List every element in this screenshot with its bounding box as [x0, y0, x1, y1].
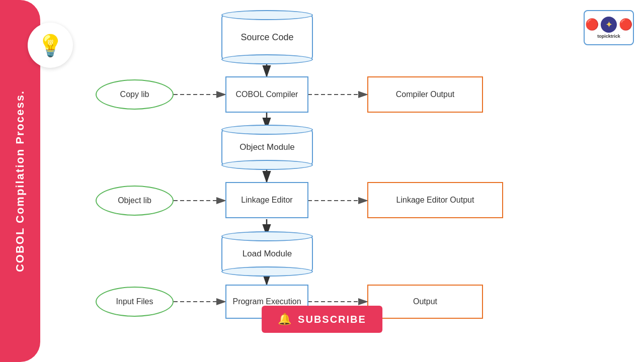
bulb-circle: 💡 [28, 23, 73, 68]
compiler-output-label: Compiler Output [396, 90, 455, 99]
linkage-editor-output-label: Linkage Editor Output [396, 196, 474, 205]
program-execution-label: Program Execution [232, 297, 301, 306]
cobol-compiler-box: COBOL Compiler [225, 76, 308, 113]
bell-icon: 🔔 [278, 313, 292, 326]
output-box: Output [367, 285, 483, 319]
load-module-cylinder: Load Module [221, 235, 313, 273]
cobol-compiler-label: COBOL Compiler [236, 90, 298, 99]
object-module-cylinder: Object Module [221, 129, 313, 166]
linkage-editor-box: Linkage Editor [225, 182, 308, 218]
sidebar-label: COBOL Compilation Process. [14, 90, 27, 272]
output-label: Output [413, 297, 437, 306]
input-files-label: Input Files [116, 297, 153, 306]
subscribe-label: SUBSCRIBE [298, 314, 366, 325]
subscribe-button[interactable]: 🔔 SUBSCRIBE [262, 306, 382, 333]
copy-lib-oval: Copy lib [96, 79, 174, 110]
object-lib-label: Object lib [118, 196, 151, 205]
object-module-label: Object Module [239, 142, 295, 152]
bulb-icon: 💡 [37, 33, 63, 58]
linkage-editor-label: Linkage Editor [241, 196, 292, 205]
load-module-label: Load Module [243, 249, 292, 259]
linkage-editor-output-box: Linkage Editor Output [367, 182, 503, 218]
input-files-oval: Input Files [96, 287, 174, 317]
source-code-label: Source Code [240, 32, 293, 43]
object-lib-oval: Object lib [96, 186, 174, 216]
source-code-cylinder: Source Code [221, 14, 313, 60]
copy-lib-label: Copy lib [120, 90, 149, 99]
compiler-output-box: Compiler Output [367, 76, 483, 113]
